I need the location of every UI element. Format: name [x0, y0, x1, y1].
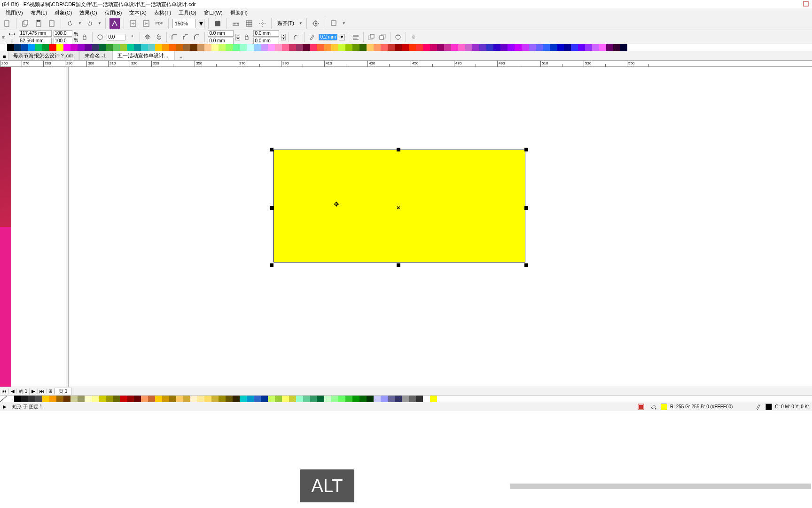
color-swatch[interactable]: [42, 44, 49, 51]
front-of-layer-icon[interactable]: [367, 32, 376, 42]
paste-icon[interactable]: [33, 18, 44, 29]
color-swatch[interactable]: [268, 44, 275, 51]
color-swatch[interactable]: [620, 44, 627, 51]
color-swatch[interactable]: [550, 44, 557, 51]
import-icon[interactable]: [128, 18, 138, 29]
height-input[interactable]: 52.564 mm: [19, 38, 52, 44]
scale-y-input[interactable]: 100.0: [54, 38, 72, 44]
color-swatch[interactable]: [134, 44, 141, 51]
launch-dropdown-icon[interactable]: [329, 18, 339, 29]
color-swatch[interactable]: [578, 44, 585, 51]
stroke-swatch[interactable]: [765, 404, 772, 410]
color-swatch[interactable]: [493, 44, 500, 51]
document-tab[interactable]: 未命名 -1: [79, 51, 111, 60]
color-swatch[interactable]: [613, 44, 620, 51]
color-swatch[interactable]: [303, 44, 310, 51]
color-swatch[interactable]: [515, 44, 522, 51]
rotation-input[interactable]: 0.0: [107, 34, 125, 40]
color-swatch[interactable]: [240, 396, 247, 402]
color-swatch[interactable]: [388, 396, 395, 402]
color-swatch[interactable]: [99, 396, 106, 402]
clipboard-icon[interactable]: [47, 18, 57, 29]
color-swatch[interactable]: [49, 44, 56, 51]
color-swatch[interactable]: [275, 44, 282, 51]
color-swatch[interactable]: [296, 44, 303, 51]
back-of-layer-icon[interactable]: [378, 32, 387, 42]
color-swatch[interactable]: [345, 396, 352, 402]
color-swatch[interactable]: [169, 44, 176, 51]
color-swatch[interactable]: [92, 396, 99, 402]
mirror-v-icon[interactable]: [154, 32, 164, 42]
color-swatch[interactable]: [599, 44, 606, 51]
color-swatch[interactable]: [522, 44, 529, 51]
menu-item[interactable]: 对象(C): [51, 9, 76, 16]
color-swatch[interactable]: [359, 44, 367, 51]
color-swatch[interactable]: [169, 396, 176, 402]
corner-bl-input[interactable]: 0.0 mm: [208, 38, 234, 44]
color-swatch[interactable]: [134, 396, 141, 402]
color-swatch[interactable]: [56, 44, 63, 51]
mirror-h-icon[interactable]: [143, 32, 152, 42]
fullscreen-icon[interactable]: [212, 18, 223, 29]
color-swatch[interactable]: [388, 44, 395, 51]
color-swatch[interactable]: [21, 44, 28, 51]
zoom-dropdown-icon[interactable]: ▾: [199, 19, 204, 28]
color-swatch[interactable]: [529, 44, 536, 51]
color-swatch[interactable]: [585, 44, 592, 51]
menu-item[interactable]: 位图(B): [101, 9, 126, 16]
corner-tr-input[interactable]: 0.0 mm: [253, 30, 279, 37]
lock-ratio-icon[interactable]: [80, 32, 89, 42]
color-swatch[interactable]: [367, 396, 374, 402]
color-swatch[interactable]: [571, 44, 578, 51]
corner-chamfer-icon[interactable]: [192, 32, 202, 42]
canvas[interactable]: × ✥: [0, 67, 812, 387]
menu-item[interactable]: 文本(X): [125, 9, 150, 16]
handle-bl[interactable]: [270, 263, 273, 267]
color-swatch[interactable]: [381, 44, 388, 51]
color-swatch[interactable]: [85, 44, 92, 51]
color-swatch[interactable]: [106, 44, 113, 51]
handle-tr[interactable]: [524, 148, 528, 151]
color-swatch[interactable]: [226, 44, 233, 51]
color-swatch[interactable]: [303, 396, 310, 402]
color-swatch[interactable]: [226, 396, 233, 402]
color-swatch[interactable]: [78, 396, 85, 402]
color-swatch[interactable]: [233, 44, 240, 51]
snap-label[interactable]: 贴齐(T): [275, 20, 296, 27]
page-tab[interactable]: 页 1: [55, 388, 71, 395]
color-swatch[interactable]: [155, 396, 162, 402]
color-swatch[interactable]: [282, 396, 289, 402]
color-swatch[interactable]: [14, 396, 21, 402]
color-swatch[interactable]: [78, 44, 85, 51]
show-grid-icon[interactable]: [244, 18, 254, 29]
corner-tl-input[interactable]: 0.0 mm: [208, 30, 234, 37]
horizontal-scrollbar[interactable]: [510, 484, 811, 489]
wrap-text-icon[interactable]: [351, 32, 360, 42]
color-swatch[interactable]: [345, 44, 352, 51]
color-swatch[interactable]: [508, 44, 515, 51]
add-tab-icon[interactable]: +: [176, 55, 186, 60]
color-swatch[interactable]: [148, 396, 155, 402]
corner-lock-icon[interactable]: [242, 32, 251, 42]
color-proof-icon[interactable]: [636, 402, 646, 412]
page-first-icon[interactable]: ⏮: [0, 389, 9, 394]
color-swatch[interactable]: [28, 396, 35, 402]
color-swatch[interactable]: [141, 44, 148, 51]
color-swatch[interactable]: [472, 44, 479, 51]
color-swatch[interactable]: [211, 44, 219, 51]
color-swatch[interactable]: [536, 44, 543, 51]
color-swatch[interactable]: [240, 44, 247, 51]
redo-icon[interactable]: [85, 18, 95, 29]
color-swatch[interactable]: [141, 396, 148, 402]
color-swatch[interactable]: [423, 44, 430, 51]
color-swatch[interactable]: [282, 44, 289, 51]
page-next-icon[interactable]: ▶: [30, 389, 38, 394]
outline-width-input[interactable]: 0.2 mm: [319, 34, 337, 40]
corner-br-input[interactable]: 0.0 mm: [253, 38, 279, 44]
color-swatch[interactable]: [564, 44, 571, 51]
document-tab[interactable]: 母亲节海报怎么设计？.cdr: [8, 51, 78, 60]
color-swatch[interactable]: [162, 396, 169, 402]
color-swatch[interactable]: [155, 44, 162, 51]
color-swatch[interactable]: [289, 44, 296, 51]
color-swatch[interactable]: [458, 44, 465, 51]
